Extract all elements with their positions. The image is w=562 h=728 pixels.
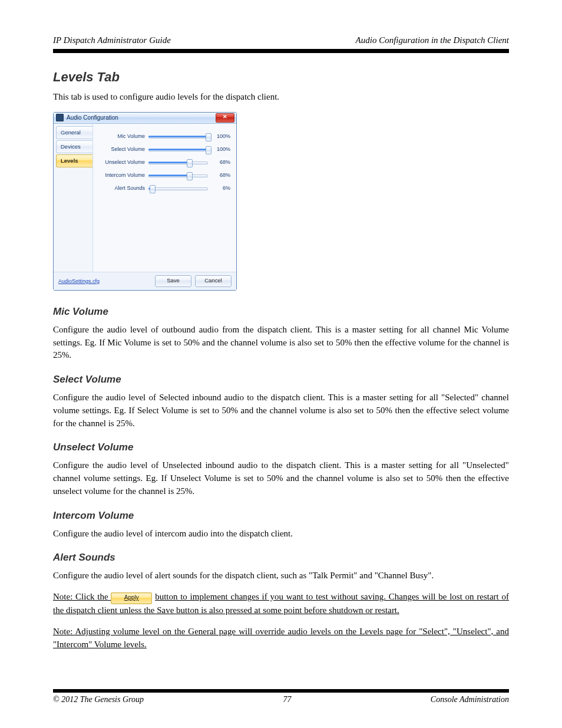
tab-general[interactable]: General [56,126,92,139]
field-select-desc: Configure the audio level of Selected in… [53,391,509,430]
tab-devices[interactable]: Devices [56,140,92,153]
slider-row: Unselect Volume68% [94,156,230,169]
tab-levels[interactable]: Levels [56,154,92,167]
close-icon[interactable]: ✕ [216,113,234,123]
override-note: Note: Adjusting volume level on the Gene… [53,625,509,651]
field-unselect-heading: Unselect Volume [53,442,509,453]
field-alert-heading: Alert Sounds [53,552,509,564]
field-mic-desc: Configure the audio level of outbound au… [53,324,509,362]
slider-label: Mic Volume [94,133,148,139]
field-alert-desc: Configure the audio level of alert sound… [53,569,509,582]
apply-button-label: Apply [124,594,139,601]
slider-value: 6% [208,185,230,191]
app-icon [56,114,64,121]
slider-track[interactable] [148,133,208,139]
slider-label: Intercom Volume [94,172,148,178]
settings-file-link[interactable]: AudioSettings.cfg [58,278,100,284]
slider-row: Mic Volume100% [94,130,230,143]
slider-thumb[interactable] [206,146,211,154]
field-intercom-heading: Intercom Volume [53,510,509,522]
field-select-heading: Select Volume [53,374,509,386]
save-button[interactable]: Save [155,275,191,287]
header-right: Audio Configuration in the Dispatch Clie… [356,35,509,45]
dialog-title: Audio Configuration [67,114,216,121]
slider-track[interactable] [148,159,208,165]
slider-label: Select Volume [94,146,148,152]
section-title: Levels Tab [53,70,509,85]
slider-track[interactable] [148,185,208,191]
tab-list: General Devices Levels [54,124,92,272]
header-rule [53,49,509,53]
slider-label: Unselect Volume [94,159,148,165]
slider-thumb[interactable] [150,185,156,193]
apply-button[interactable]: Apply [111,592,152,604]
slider-thumb[interactable] [187,172,193,180]
field-intercom-desc: Configure the audio level of intercom au… [53,528,509,541]
footer-right: Console Administration [431,695,509,704]
slider-label: Alert Sounds [94,185,148,191]
apply-note-before: Note: Click the [53,592,111,601]
header-left: IP Dispatch Administrator Guide [53,35,171,45]
slider-track[interactable] [148,146,208,152]
dialog-titlebar[interactable]: Audio Configuration ✕ [54,113,236,124]
field-unselect-desc: Configure the audio level of Unselected … [53,459,509,498]
audio-config-dialog: Audio Configuration ✕ General Devices Le… [53,112,237,291]
field-mic-heading: Mic Volume [53,306,509,318]
apply-note: Note: Click the Apply button to implemen… [53,591,509,617]
slider-value: 68% [208,159,230,165]
slider-row: Alert Sounds6% [94,182,230,195]
slider-thumb[interactable] [206,133,211,141]
footer-left: © 2012 The Genesis Group [53,695,144,704]
levels-panel: Mic Volume100%Select Volume100%Unselect … [92,124,236,272]
cancel-button[interactable]: Cancel [195,275,232,287]
slider-row: Intercom Volume68% [94,169,230,182]
slider-value: 68% [208,172,230,178]
slider-thumb[interactable] [187,159,193,167]
section-subtitle: This tab is used to configure audio leve… [53,91,509,104]
footer-rule [53,689,509,693]
slider-track[interactable] [148,172,208,178]
footer-center: 77 [283,695,291,704]
slider-row: Select Volume100% [94,143,230,156]
